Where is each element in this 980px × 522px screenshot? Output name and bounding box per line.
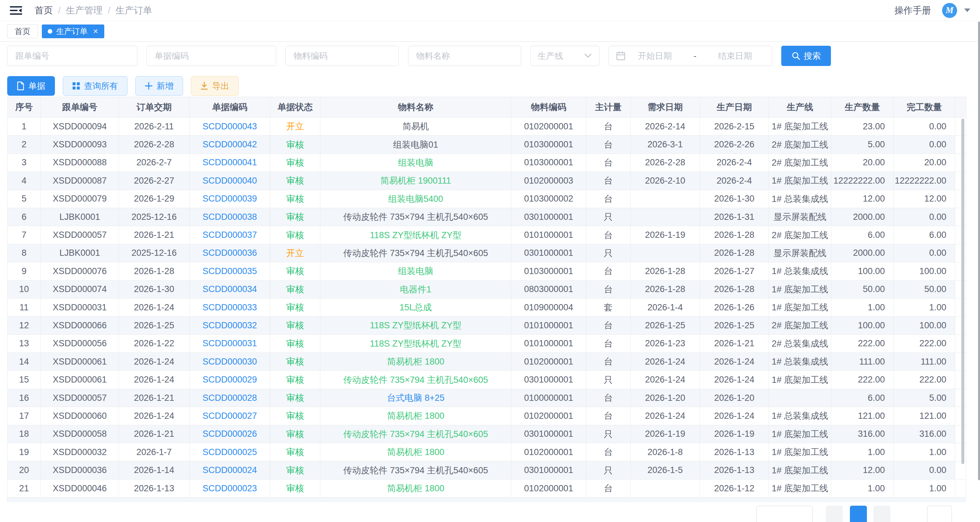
- cell-code[interactable]: SCDD000027: [189, 407, 270, 425]
- cell-code[interactable]: SCDD000026: [189, 425, 270, 443]
- cell-no: 6: [8, 208, 41, 226]
- cell-qty: 2000.00: [831, 208, 894, 226]
- cell-status: 审核: [270, 154, 320, 171]
- material-code-input[interactable]: [286, 46, 398, 66]
- export-button-label: 导出: [212, 80, 229, 92]
- cell-qty: 12222222.00: [831, 172, 894, 189]
- production-line-select[interactable]: 生产线: [530, 46, 600, 66]
- cell-unit: 台: [586, 353, 630, 370]
- breadcrumb-home[interactable]: 首页: [35, 4, 53, 17]
- cell-code[interactable]: SCDD000031: [189, 335, 270, 352]
- cell-code[interactable]: SCDD000034: [189, 281, 270, 298]
- cell-code[interactable]: SCDD000042: [189, 136, 270, 153]
- cell-due: 2026-2-7: [119, 154, 189, 171]
- tab-production-orders[interactable]: 生产订单 ✕: [42, 24, 104, 38]
- filter-bar: 生产线 开始日期 - 结束日期 搜索: [7, 46, 831, 66]
- export-button[interactable]: 导出: [191, 76, 239, 96]
- cell-code[interactable]: SCDD000025: [189, 443, 270, 461]
- cell-name: 15L总成: [320, 298, 512, 316]
- cell-code[interactable]: SCDD000036: [189, 244, 270, 262]
- cell-line: 1# 底架加工线: [769, 425, 831, 443]
- cell-track: XSDD000076: [41, 262, 119, 280]
- cell-prod: 2026-1-13: [700, 443, 769, 461]
- document-button[interactable]: 单据: [7, 76, 55, 96]
- calendar-icon: [616, 51, 625, 60]
- cell-code[interactable]: SCDD000033: [189, 298, 270, 316]
- export-download-icon: [200, 82, 208, 90]
- cell-need: 2026-1-4: [630, 298, 700, 316]
- pagination-page-size-select[interactable]: [756, 506, 813, 522]
- tab-home[interactable]: 首页: [7, 24, 38, 38]
- end-date-placeholder[interactable]: 结束日期: [705, 50, 765, 62]
- cell-code[interactable]: SCDD000035: [189, 262, 270, 280]
- cell-code[interactable]: SCDD000032: [189, 317, 270, 334]
- cell-code[interactable]: SCDD000029: [189, 371, 270, 389]
- pagination-next-button[interactable]: [873, 506, 891, 522]
- cell-code[interactable]: SCDD000038: [189, 208, 270, 226]
- cell-no: 18: [8, 425, 41, 443]
- track-number-input[interactable]: [8, 46, 137, 66]
- column-header-prod: 生产日期: [700, 97, 769, 117]
- collapse-menu-icon[interactable]: [10, 6, 22, 15]
- cell-code[interactable]: SCDD000024: [189, 461, 270, 479]
- window-scrollbar[interactable]: [978, 22, 980, 480]
- pagination-current-page[interactable]: [850, 506, 867, 522]
- cell-code[interactable]: SCDD000030: [189, 353, 270, 370]
- cell-prod: 2026-1-28: [700, 281, 769, 298]
- avatar[interactable]: M: [942, 3, 957, 18]
- cell-line: 1# 底架加工线: [769, 479, 831, 497]
- date-range-picker[interactable]: 开始日期 - 结束日期: [609, 46, 772, 66]
- table-row: 18XSDD0000582026-1-21SCDD000026审核传动皮轮件 7…: [8, 425, 966, 443]
- query-all-button-label: 查询所有: [84, 80, 118, 92]
- cell-mat: 0301000001: [511, 371, 586, 389]
- manual-link[interactable]: 操作手册: [894, 4, 931, 17]
- cell-track: XSDD000056: [41, 335, 119, 352]
- table-scrollbar[interactable]: [961, 119, 964, 464]
- cell-qty: 50.00: [831, 281, 894, 298]
- cell-code[interactable]: SCDD000023: [189, 479, 270, 497]
- cell-need: 2026-3-1: [630, 136, 700, 153]
- cell-due: 2026-2-11: [119, 117, 189, 135]
- table-row: 4XSDD0000872026-2-27SCDD000040审核简易机柜 190…: [8, 172, 966, 190]
- cell-done: 0.00: [894, 461, 955, 479]
- cell-mat: 0102000003: [511, 172, 586, 189]
- cell-code[interactable]: SCDD000041: [189, 154, 270, 171]
- date-separator: -: [694, 51, 697, 61]
- cell-prod: 2026-1-19: [700, 425, 769, 443]
- cell-code[interactable]: SCDD000037: [189, 226, 270, 244]
- close-icon[interactable]: ✕: [93, 27, 99, 35]
- cell-code[interactable]: SCDD000039: [189, 190, 270, 208]
- cell-track: XSDD000087: [41, 172, 119, 189]
- document-icon: [17, 81, 24, 90]
- cell-due: 2025-12-16: [119, 244, 189, 262]
- cell-track: XSDD000060: [41, 407, 119, 425]
- material-name-input[interactable]: [408, 46, 521, 66]
- column-header-done: 完工数量: [894, 97, 955, 117]
- partial-next-row: [8, 498, 966, 502]
- breadcrumb-level1[interactable]: 生产管理: [66, 4, 103, 17]
- search-button[interactable]: 搜索: [781, 46, 831, 66]
- cell-no: 16: [8, 389, 41, 407]
- cell-no: 11: [8, 298, 41, 316]
- cell-track: XSDD000061: [41, 353, 119, 370]
- cell-prod: 2026-2-15: [700, 117, 769, 135]
- breadcrumb-level2: 生产订单: [116, 4, 152, 17]
- cell-code[interactable]: SCDD000040: [189, 172, 270, 189]
- cell-code[interactable]: SCDD000043: [189, 117, 270, 135]
- table-row: 9XSDD0000762026-1-28SCDD000035审核组装电脑0103…: [8, 262, 966, 280]
- chevron-down-icon[interactable]: [964, 8, 970, 12]
- cell-code[interactable]: SCDD000028: [189, 389, 270, 407]
- cell-no: 1: [8, 117, 41, 135]
- cell-need: 2026-1-24: [630, 353, 700, 370]
- doc-code-input[interactable]: [147, 46, 276, 66]
- cell-mat: 0301000001: [511, 244, 586, 262]
- start-date-placeholder[interactable]: 开始日期: [625, 50, 684, 62]
- column-header-mat: 物料编码: [511, 97, 586, 117]
- query-all-button[interactable]: 查询所有: [63, 76, 127, 96]
- pagination-jump-input[interactable]: [927, 506, 952, 522]
- pagination-prev-button[interactable]: [826, 506, 843, 522]
- cell-done: 1.00: [894, 479, 955, 497]
- cell-no: 19: [8, 443, 41, 461]
- add-button[interactable]: 新增: [135, 76, 183, 96]
- cell-spacer: [955, 479, 966, 497]
